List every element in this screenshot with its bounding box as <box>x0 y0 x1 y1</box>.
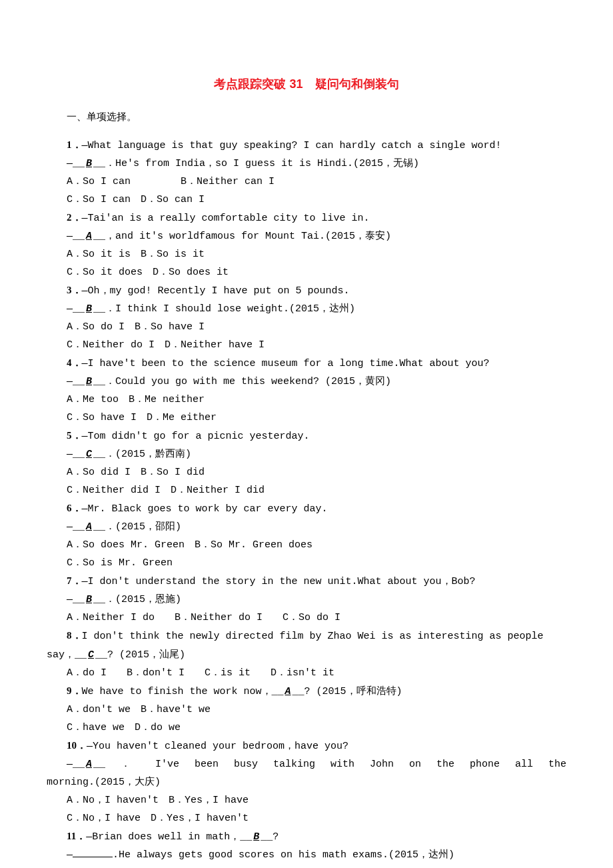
q3-after: __．I think I should lose weight.(2015，达州… <box>93 303 355 315</box>
question-3-line1: 3．—Oh，my god! Recently I have put on 5 p… <box>47 281 566 300</box>
qnum-2: 2． <box>67 212 82 223</box>
q11-line2-pre: — <box>67 849 73 861</box>
q10-options-1: A．No，I haven't B．Yes，I have <box>47 791 566 809</box>
q5-options-1: A．So did I B．So I did <box>47 463 566 481</box>
q4-dash: —__ <box>67 376 85 387</box>
q5-dash: —__ <box>67 449 85 460</box>
q11-answer: B <box>252 831 261 843</box>
q9-options-1: A．don't we B．have't we <box>47 701 566 719</box>
blank-fill <box>73 847 113 857</box>
q9-answer: A <box>284 686 293 697</box>
q4-text: —I have't been to the science museum for… <box>82 358 490 369</box>
q5-options-2: C．Neither did I D．Neither I did <box>47 481 566 499</box>
qnum-11: 11． <box>67 831 86 841</box>
q5-text: —Tom didn't go for a picnic yesterday. <box>82 431 310 442</box>
q2-options-2: C．So it does D．So does it <box>47 263 566 281</box>
qnum-7: 7． <box>67 575 82 586</box>
q10-after-a: __ ． I've been busy talking with John on… <box>93 759 566 770</box>
question-2-line1: 2．—Tai'an is a really comfortable city t… <box>47 209 566 227</box>
qnum-9: 9． <box>67 685 82 696</box>
qnum-1: 1． <box>67 139 82 150</box>
q1-after: __．He's from India，so I guess it is Hind… <box>93 158 419 169</box>
q7-after: __．(2015，恩施) <box>93 594 181 605</box>
q2-answer: A <box>85 231 93 242</box>
q5-after: __．(2015，黔西南) <box>93 449 191 460</box>
q7-answer: B <box>85 594 93 605</box>
qnum-10: 10． <box>67 740 87 751</box>
qnum-6: 6． <box>67 503 82 513</box>
qnum-5: 5． <box>67 430 82 441</box>
q10-answer: A <box>85 759 93 770</box>
q1-answer: B <box>85 158 93 169</box>
q7-text: —I don't understand the story in the new… <box>82 576 476 587</box>
q3-dash: —__ <box>67 303 85 315</box>
q8-post: __? (2015，汕尾) <box>95 649 185 661</box>
q3-options-2: C．Neither do I D．Neither have I <box>47 336 566 354</box>
q8-answer: C <box>87 649 95 661</box>
q4-options-1: A．Me too B．Me neither <box>47 391 566 409</box>
q1-dash: —__ <box>67 158 85 169</box>
question-4-line1: 4．—I have't been to the science museum f… <box>47 354 566 373</box>
q9-post: __? (2015，呼和浩特) <box>293 686 402 697</box>
q1-options-1: A．So I can B．Neither can I <box>47 173 566 191</box>
q5-answer: C <box>85 449 93 460</box>
q2-dash: —__ <box>67 231 85 242</box>
q6-options-2: C．So is Mr. Green <box>47 554 566 572</box>
question-1-line1: 1．—What language is that guy speaking? I… <box>47 136 566 155</box>
question-1-line2: —__B__．He's from India，so I guess it is … <box>47 155 566 173</box>
question-6-line1: 6．—Mr. Black goes to work by car every d… <box>47 499 566 518</box>
question-10-line1: 10．—You haven't cleaned your bedroom，hav… <box>47 737 566 755</box>
q6-options-1: A．So does Mr. Green B．So Mr. Green does <box>47 536 566 554</box>
q9-pre: We have to finish the work now，__ <box>82 686 284 697</box>
q8-options-1: A．do I B．don't I C．is it D．isn't it <box>47 664 566 682</box>
qnum-4: 4． <box>67 357 82 368</box>
question-7-line1: 7．—I don't understand the story in the n… <box>47 572 566 591</box>
qnum-8: 8． <box>67 630 82 641</box>
q4-answer: B <box>85 376 93 387</box>
page-title: 考点跟踪突破 31 疑问句和倒装句 <box>47 73 566 95</box>
q10-text: —You haven't cleaned your bedroom，have y… <box>87 741 348 752</box>
question-7-line2: —__B__．(2015，恩施) <box>47 591 566 609</box>
q2-after: __，and it's world­famous for Mount Tai.(… <box>93 231 391 242</box>
q6-after: __．(2015，邵阳) <box>93 521 181 533</box>
q6-answer: A <box>85 521 93 533</box>
question-9-line1: 9．We have to finish the work now，__A__? … <box>47 682 566 701</box>
q3-text: —Oh，my god! Recently I have put on 5 pou… <box>82 285 350 297</box>
q1-text: —What language is that guy speaking? I c… <box>82 140 502 151</box>
q7-dash: —__ <box>67 594 85 605</box>
q11-pre: —Brian does well in math，__ <box>86 831 252 843</box>
question-8-line1: 8．I don't think the newly directed film … <box>47 627 566 664</box>
q11-line2-post: .He always gets good scores on his math … <box>113 849 454 861</box>
q2-options-1: A．So it is B．So is it <box>47 245 566 263</box>
q11-post: __? <box>261 831 279 843</box>
question-11-line2: —.He always gets good scores on his math… <box>47 846 566 864</box>
q6-dash: —__ <box>67 521 85 533</box>
q4-options-2: C．So have I D．Me either <box>47 409 566 427</box>
question-3-line2: —__B__．I think I should lose weight.(201… <box>47 300 566 318</box>
question-6-line2: —__A__．(2015，邵阳) <box>47 518 566 536</box>
q2-text: —Tai'an is a really comfortable city to … <box>82 213 370 224</box>
question-5-line2: —__C__．(2015，黔西南) <box>47 445 566 463</box>
q4-after: __．Could you go with me this weekend? (2… <box>93 376 391 387</box>
q1-options-2: C．So I can D．So can I <box>47 191 566 209</box>
question-10-line2: —__A__ ． I've been busy talking with Joh… <box>47 755 566 773</box>
question-11-line1: 11．—Brian does well in math，__B__? <box>47 827 566 846</box>
q6-text: —Mr. Black goes to work by car every day… <box>82 503 328 515</box>
question-4-line2: —__B__．Could you go with me this weekend… <box>47 373 566 391</box>
q3-options-1: A．So do I B．So have I <box>47 318 566 336</box>
q10-options-2: C．No，I have D．Yes，I haven't <box>47 809 566 827</box>
question-2-line2: —__A__，and it's world­famous for Mount T… <box>47 227 566 245</box>
section-head: 一、单项选择。 <box>47 108 566 126</box>
q3-answer: B <box>85 303 93 315</box>
question-5-line1: 5．—Tom didn't go for a picnic yesterday. <box>47 427 566 445</box>
q10-dash: —__ <box>67 759 85 770</box>
q11-options-1: A．does he；Yes，he does <box>47 864 566 868</box>
question-10-line3: morning.(2015，大庆) <box>47 773 566 791</box>
q7-options-1: A．Neither I do B．Neither do I C．So do I <box>47 609 566 627</box>
q9-options-2: C．have we D．do we <box>47 719 566 737</box>
qnum-3: 3． <box>67 285 82 295</box>
